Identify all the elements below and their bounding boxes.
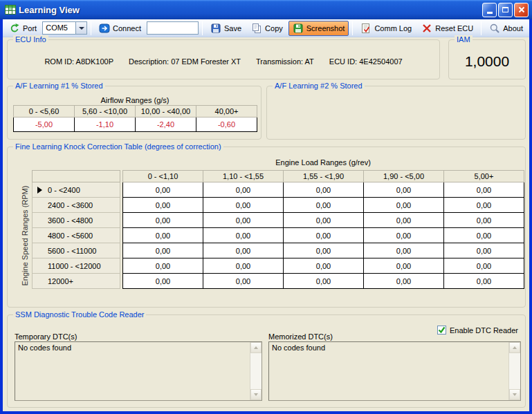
knock-header-row: 0 - <1,10 1,10 - <1,55 1,55 - <1,90 1,90… [33, 171, 524, 182]
knock-value-cell: 0,00 [203, 182, 284, 198]
load-column-header: 0 - <1,10 [123, 171, 203, 182]
knock-value-cell: 0,00 [444, 243, 524, 258]
port-select[interactable]: COM5 [42, 21, 87, 35]
dtc-reader-group: SSM Diagnostic Trouble Code Reader Enabl… [7, 314, 526, 408]
iam-group: IAM 1,0000 [448, 39, 526, 79]
knock-correction-table: 0 - <1,10 1,10 - <1,55 1,55 - <1,90 1,90… [32, 170, 524, 289]
knock-value-cell: 0,00 [364, 243, 444, 258]
memorized-dtc-scrollbar[interactable] [508, 342, 520, 400]
connect-label: Connect [113, 24, 141, 32]
screenshot-floppy-icon [293, 23, 304, 34]
knock-table-row: 3600 - <4800 0,00 0,00 0,00 0,00 0,00 [33, 213, 524, 228]
copy-button[interactable]: Copy [247, 21, 287, 36]
airflow-ranges-axis-label: Airflow Ranges (g/s) [13, 96, 257, 104]
port-label: Port [23, 24, 37, 32]
app-icon [5, 5, 16, 15]
save-button[interactable]: Save [206, 21, 246, 36]
knock-value-cell: 0,00 [123, 258, 203, 274]
rpm-row-header: 3600 - <4800 [33, 213, 120, 228]
knock-value-cell: 0,00 [364, 274, 444, 289]
enable-dtc-checkbox[interactable] [437, 326, 446, 335]
knock-value-cell: 0,00 [364, 213, 444, 228]
knock-value-cell: 0,00 [123, 243, 203, 258]
knock-value-cell: 0,00 [123, 182, 203, 198]
comm-log-button[interactable]: Comm Log [356, 21, 416, 36]
af-learning-2-group: A/F Learning #2 % Stored [266, 86, 526, 140]
knock-value-cell: 0,00 [444, 258, 524, 274]
maximize-button[interactable] [498, 3, 513, 17]
minimize-icon [487, 12, 493, 14]
knock-table-row: 4800 - <5600 0,00 0,00 0,00 0,00 0,00 [33, 228, 524, 243]
client-area: ECU Info ROM ID: A8DK100P Description: 0… [3, 37, 529, 411]
toolbar: Port COM5 Connect Save [3, 19, 529, 37]
comm-log-label: Comm Log [374, 24, 412, 32]
knock-table-row: 2400 - <3600 0,00 0,00 0,00 0,00 0,00 [33, 198, 524, 213]
scroll-down-button[interactable] [250, 389, 262, 400]
reset-x-icon [421, 23, 432, 34]
learning-view-window: Learning View Port COM5 [0, 0, 532, 414]
scroll-up-button[interactable] [250, 342, 262, 353]
af-column-header: 5,60 - <10,00 [75, 106, 136, 117]
knock-value-cell: 0,00 [284, 243, 364, 258]
knock-value-cell: 0,00 [203, 274, 284, 289]
load-column-header: 1,90 - <5,00 [364, 171, 444, 182]
scroll-up-button[interactable] [509, 342, 520, 353]
af-learning-2-title: A/F Learning #2 % Stored [273, 82, 365, 91]
knock-value-cell: 0,00 [123, 228, 203, 243]
knock-value-cell: 0,00 [203, 228, 284, 243]
arrow-down-icon [513, 393, 517, 396]
port-select-dropdown-button[interactable] [75, 22, 86, 34]
connect-button[interactable]: Connect [95, 21, 145, 36]
knock-value-cell: 0,00 [364, 228, 444, 243]
save-floppy-icon [210, 23, 221, 34]
port-select-value: COM5 [43, 22, 75, 34]
knock-table-row: 11000 - <12000 0,00 0,00 0,00 0,00 0,00 [33, 258, 524, 274]
scroll-down-button[interactable] [509, 389, 520, 400]
rpm-row-header: 11000 - <12000 [33, 258, 120, 274]
arrow-down-icon [254, 393, 258, 396]
knock-value-cell: 0,00 [444, 198, 524, 213]
enable-dtc-label: Enable DTC Reader [450, 326, 518, 335]
knock-value-cell: 0,00 [284, 213, 364, 228]
row-selector-arrow-icon [37, 187, 42, 194]
reset-ecu-button[interactable]: Reset ECU [417, 21, 477, 36]
af-learning-1-table: 0 - <5,60 5,60 - <10,00 10,00 - <40,00 4… [13, 105, 257, 132]
knock-value-cell: 0,00 [284, 258, 364, 274]
temporary-dtc-scrollbar[interactable] [250, 342, 262, 400]
load-column-header: 5,00+ [444, 171, 524, 182]
connect-icon [99, 23, 110, 34]
refresh-port-icon [9, 23, 20, 34]
memorized-dtc-text: No codes found [272, 344, 325, 352]
rpm-row-header: 0 - <2400 [33, 182, 120, 198]
af-value-cell: -1,10 [75, 117, 136, 132]
knock-value-cell: 0,00 [444, 274, 524, 289]
maximize-icon [502, 7, 508, 12]
port-button[interactable]: Port [5, 21, 41, 36]
knock-value-cell: 0,00 [123, 213, 203, 228]
af-column-header: 0 - <5,60 [14, 106, 75, 117]
save-label: Save [224, 24, 241, 32]
af-value-cell: -5,00 [14, 117, 75, 132]
temporary-dtc-label: Temporary DTC(s) [15, 332, 77, 341]
memorized-dtc-textarea[interactable]: No codes found [268, 341, 521, 401]
status-field[interactable] [147, 21, 199, 35]
engine-speed-axis-label: Engine Speed Ranges (RPM) [21, 180, 29, 291]
minimize-button[interactable] [482, 3, 497, 17]
knock-value-cell: 0,00 [203, 198, 284, 213]
temporary-dtc-textarea[interactable]: No codes found [15, 341, 262, 401]
about-button[interactable]: About [485, 21, 527, 36]
copy-icon [251, 23, 262, 34]
toolbar-separator [481, 21, 481, 35]
knock-value-cell: 0,00 [444, 228, 524, 243]
af-column-header: 10,00 - <40,00 [136, 106, 196, 117]
rpm-row-header: 4800 - <5600 [33, 228, 120, 243]
af-column-header: 40,00+ [196, 106, 257, 117]
screenshot-button[interactable]: Screenshot [288, 21, 349, 36]
titlebar[interactable]: Learning View [0, 0, 532, 19]
close-button[interactable] [514, 3, 529, 17]
knock-value-cell: 0,00 [203, 243, 284, 258]
ecu-id-field: ECU ID: 4E42504007 [329, 57, 403, 66]
af-learning-1-group: A/F Learning #1 % Stored Airflow Ranges … [7, 86, 262, 140]
ecu-info-group: ECU Info ROM ID: A8DK100P Description: 0… [7, 39, 440, 79]
knock-value-cell: 0,00 [284, 182, 364, 198]
